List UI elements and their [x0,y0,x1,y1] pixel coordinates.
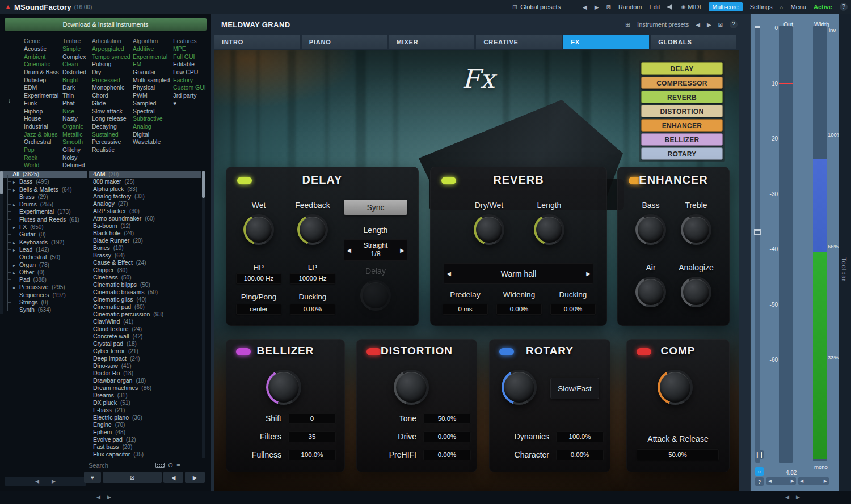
speaker-icon[interactable] [667,4,673,10]
pause-meter-button[interactable]: ❙❙ [755,450,764,459]
fx-module-button[interactable]: ENHANCER [641,119,723,132]
preset-item[interactable]: Flux capacitor (35) [89,451,201,458]
filter-tag[interactable]: Distorted [62,69,92,77]
filter-tag[interactable]: Granular [133,69,172,77]
reverb-ducking-value[interactable]: 0.00% [550,304,596,315]
filter-tag[interactable]: Complex [62,53,92,61]
selector-left-icon[interactable]: ◀ [444,270,454,277]
pager-right-icon[interactable]: ▶ [52,478,56,484]
filter-tag[interactable]: Processed [92,77,132,84]
multicore-toggle[interactable]: Multi-core [709,2,743,11]
global-presets-button[interactable]: ⊞ Global presets [512,0,561,14]
filter-tag[interactable]: Simple [62,45,92,53]
filter-tag[interactable]: Drum & Bass [24,69,61,77]
preset-item[interactable]: Analogy (27) [89,200,201,207]
fx-module-button[interactable]: REVERB [641,91,723,103]
panel-resize-arrows[interactable]: ◀▶ [785,494,800,500]
preset-item[interactable]: Crystal pad (18) [89,340,201,348]
sidebar-resize-arrows[interactable]: ◀▶ [96,494,111,500]
enhancer-air-knob[interactable] [635,277,666,307]
preset-item[interactable]: Evolve pad (12) [89,436,201,443]
preset-item[interactable]: Cinematic percussion (93) [89,311,201,318]
favorite-button[interactable]: ♥ [84,472,101,483]
reverb-length-knob[interactable] [534,214,564,245]
keyboard-icon[interactable] [155,463,165,468]
meter-help-button[interactable]: ? [755,477,764,486]
expand-arrow-icon[interactable] [13,239,18,247]
category-item[interactable]: Flutes and Reeds (61) [3,216,87,223]
preset-item[interactable]: Dino-saw (41) [89,362,201,370]
category-item[interactable]: Experimental (173) [3,208,87,215]
preset-item[interactable]: Engine (70) [89,421,201,429]
filter-tag[interactable]: Factory [173,77,206,84]
tab[interactable]: PIANO [302,35,387,49]
preset-item[interactable]: Cinebass (50) [89,274,201,281]
filter-tag[interactable]: Nasty [62,115,92,123]
reverb-predelay-value[interactable]: 0 ms [443,304,488,315]
filter-tag[interactable]: PWM [133,92,172,100]
category-item[interactable]: Orchestral (50) [3,253,87,261]
preset-item[interactable]: Ba-boom (12) [89,222,201,230]
clear-search-button[interactable]: ⊠ [103,472,162,483]
distortion-main-knob[interactable] [394,370,429,405]
stepper-left-icon[interactable]: ◀ [344,247,354,253]
category-item[interactable]: Brass (29) [3,193,87,201]
filter-tag[interactable]: Metallic [62,131,92,139]
param-value[interactable]: 35 [288,431,336,442]
expand-arrow-icon[interactable] [13,269,18,277]
expand-arrow-icon[interactable] [13,247,18,254]
filter-tag[interactable]: Percussive [92,138,132,146]
delay-length-stepper[interactable]: ◀ Straight 1/8 ▶ [344,239,407,261]
filter-tag[interactable]: World [24,162,61,170]
filter-tag[interactable]: MPE [173,45,206,53]
param-value[interactable]: 0.00% [556,450,604,460]
bellizer-main-knob[interactable] [266,370,301,405]
category-item[interactable]: Drums (255) [3,201,87,208]
sort-icon[interactable]: ↕ [8,98,11,104]
filter-tag[interactable]: Editable [173,61,206,69]
preset-item[interactable]: Cinematic gliss (40) [89,296,201,303]
filter-tag[interactable]: Monophonic [92,84,132,92]
help-icon[interactable]: ? [840,3,848,11]
delay-ducking-value[interactable]: 0.00% [290,304,335,315]
filter-tag[interactable]: ♥ [173,100,206,108]
tab[interactable]: FX [563,35,649,49]
selector-right-icon[interactable]: ▶ [583,270,593,277]
filter-tag[interactable]: Realistic [92,146,132,154]
power-button[interactable]: ○ [755,467,764,476]
category-item[interactable]: Organ (78) [3,261,87,269]
filter-tag[interactable]: Bright [62,77,92,84]
filter-tag[interactable]: Cinematic [24,61,61,69]
out-level-meter[interactable] [779,26,793,463]
edit-button[interactable]: Edit [649,3,660,10]
comp-main-knob[interactable] [658,370,693,405]
filter-tag[interactable]: Sampled [133,100,172,108]
filter-tag[interactable]: Slow attack [92,108,132,116]
home-icon[interactable]: ⌂ [780,4,783,10]
filter-tag[interactable]: Industrial [24,123,61,131]
meter-scroll-right[interactable]: ◀▶ [798,477,829,485]
reverb-drywet-knob[interactable] [474,214,504,245]
filter-tag[interactable]: Ambient [24,53,61,61]
enhancer-analogize-knob[interactable] [681,277,711,307]
category-item[interactable]: Percussive (295) [3,283,87,291]
tab[interactable]: CREATIVE [476,35,562,49]
preset-item[interactable]: Deep impact (24) [89,355,201,362]
filter-tag[interactable]: Physical [133,84,172,92]
preset-item[interactable]: Doctor Ro (18) [89,370,201,377]
category-item[interactable]: Guitar (0) [3,231,87,238]
fx-module-button[interactable]: COMPRESSOR [641,77,723,89]
param-value[interactable]: 0 [288,413,336,424]
fx-module-button[interactable]: DISTORTION [641,105,723,117]
category-item[interactable]: Strings (0) [3,299,87,306]
expand-arrow-icon[interactable] [13,284,18,291]
random-button[interactable]: Random [618,3,642,10]
instrument-presets-button[interactable]: Instrument presets [637,21,689,28]
filter-tag[interactable]: Experimental [24,92,61,100]
filter-tag[interactable]: Phat [62,100,92,108]
expand-arrow-icon[interactable] [13,179,18,186]
search-input[interactable] [89,462,155,469]
filter-tag[interactable]: 3rd party [173,92,206,100]
scrollbar-thumb[interactable] [0,171,3,194]
prev-instrument-preset-icon[interactable]: ◀ [696,22,700,28]
